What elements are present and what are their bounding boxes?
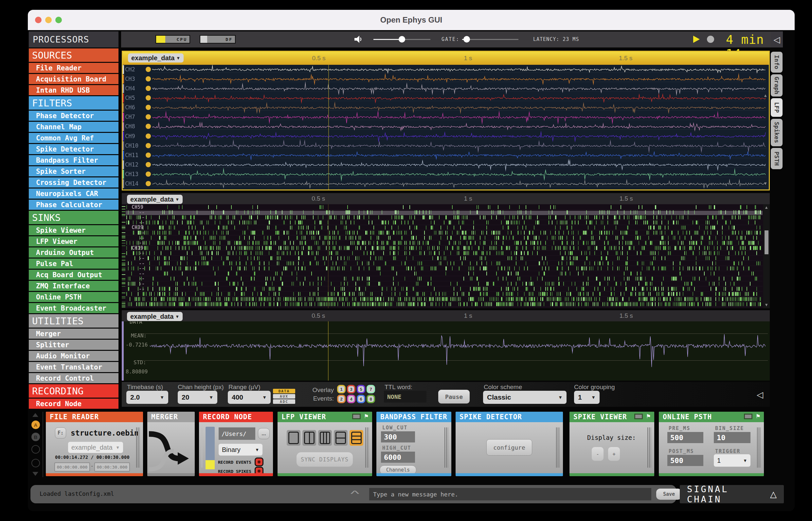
gate-slider[interactable] xyxy=(462,39,518,40)
drag-handle[interactable] xyxy=(136,427,140,468)
chevron-up-icon[interactable]: ^ xyxy=(351,489,359,499)
processor-item[interactable]: Record Node xyxy=(29,399,118,409)
drag-handle[interactable] xyxy=(365,427,369,468)
processor-item[interactable]: Arduino Output xyxy=(29,247,118,257)
collapse-controls-button[interactable]: ◁ xyxy=(757,390,763,400)
pin-tab-icon[interactable]: ⚑ xyxy=(364,414,369,419)
open-window-icon[interactable] xyxy=(744,414,752,419)
event-button-8[interactable]: 8 xyxy=(366,395,375,403)
end-time-field[interactable]: 00:00:30.000 xyxy=(94,462,130,472)
post-ms-field[interactable]: 500 xyxy=(667,455,703,466)
processor-item[interactable]: Acq Board Output xyxy=(29,270,118,280)
channel-label[interactable]: CH10 xyxy=(125,142,138,149)
open-window-icon[interactable] xyxy=(352,414,361,419)
start-time-field[interactable]: 00:00:00.000 xyxy=(54,462,90,472)
event-button-1[interactable]: 1 xyxy=(337,385,346,393)
channel-label[interactable]: CH11 xyxy=(125,152,138,158)
event-button-3[interactable]: 3 xyxy=(347,385,356,393)
channel-label[interactable]: CH14 xyxy=(125,180,138,187)
processor-item[interactable]: Neuropixels CAR xyxy=(29,188,118,199)
event-button-7[interactable]: 7 xyxy=(366,385,375,393)
channel-enable-dot[interactable] xyxy=(145,95,151,100)
io-button-empty-2[interactable] xyxy=(31,459,40,467)
layout-single-button[interactable] xyxy=(287,430,300,446)
channel-enable-dot[interactable] xyxy=(145,76,151,82)
volume-slider[interactable] xyxy=(374,39,430,40)
chain-up-icon[interactable] xyxy=(32,413,38,417)
event-button-5[interactable]: 5 xyxy=(357,385,365,393)
volume-slider-thumb[interactable] xyxy=(399,36,405,43)
channel-enable-dot[interactable] xyxy=(145,114,151,119)
tab-spikes[interactable]: Spikes xyxy=(771,119,783,146)
raster-scrollbar[interactable]: ▲ ▼ xyxy=(763,204,770,308)
lfp-traces-canvas[interactable] xyxy=(123,65,769,188)
module-merger[interactable]: MERGER xyxy=(147,412,195,476)
display-size-plus-button[interactable]: + xyxy=(608,447,620,461)
channel-label[interactable]: CH5 xyxy=(125,95,135,101)
drag-handle[interactable] xyxy=(647,427,651,468)
gate-slider-thumb[interactable] xyxy=(464,36,470,43)
raster-source-dropdown[interactable]: example_data ▼ xyxy=(127,195,183,204)
channel-label[interactable]: CH8 xyxy=(125,123,135,130)
processor-item[interactable]: Merger xyxy=(29,329,118,339)
processor-item[interactable]: LFP Viewer xyxy=(29,236,118,246)
channel-enable-dot[interactable] xyxy=(145,124,151,129)
layout-two-rows-button[interactable] xyxy=(334,430,347,446)
io-button-b[interactable]: B xyxy=(31,433,40,441)
pin-tab-icon[interactable]: ⚑ xyxy=(646,414,651,419)
trigger-dropdown[interactable]: 1▼ xyxy=(714,454,750,467)
low-cut-field[interactable]: 300 xyxy=(381,431,415,443)
channel-enable-dot[interactable] xyxy=(145,143,151,148)
display-size-minus-button[interactable]: - xyxy=(592,447,604,461)
channel-enable-dot[interactable] xyxy=(145,86,151,91)
scroll-down-icon[interactable]: ▼ xyxy=(763,182,767,185)
module-spike-detector[interactable]: SPIKE DETECTOR configure xyxy=(456,412,563,476)
processor-item[interactable]: Spike Sorter xyxy=(29,166,118,176)
processor-item[interactable]: Phase Detector xyxy=(29,111,118,121)
browse-button[interactable]: ... xyxy=(258,428,270,439)
processor-item[interactable]: Channel Map xyxy=(29,122,118,132)
lfp-source-dropdown[interactable]: example_data ▼ xyxy=(128,53,184,63)
processor-item[interactable]: Bandpass Filter xyxy=(29,155,118,165)
file-select-button[interactable]: F: xyxy=(55,427,66,438)
save-message-button[interactable]: Save xyxy=(656,489,682,500)
event-button-6[interactable]: 6 xyxy=(357,395,365,403)
channel-label[interactable]: CH12 xyxy=(125,161,138,168)
trace-source-dropdown[interactable]: example_data ▼ xyxy=(127,312,183,321)
scroll-up-icon[interactable]: ▲ xyxy=(763,94,767,97)
event-button-2[interactable]: 2 xyxy=(337,395,346,403)
processor-item[interactable]: Audio Monitor xyxy=(29,351,118,361)
tab-psth[interactable]: PSTH xyxy=(771,148,783,169)
processor-item[interactable]: File Reader xyxy=(29,63,118,73)
processor-item[interactable]: Event Broadcaster xyxy=(29,303,118,313)
channel-label[interactable]: CH7 xyxy=(125,114,135,120)
processor-item[interactable]: Phase Calculator xyxy=(29,200,118,210)
stream-dropdown[interactable]: example_data▼ xyxy=(68,442,123,453)
stream-button-aux[interactable]: AUX xyxy=(273,394,295,399)
processor-item[interactable]: Acquisition Board xyxy=(29,74,118,84)
module-online-psth[interactable]: ONLINE PSTH ⚑ PRE_MS 500 BIN_SIZE 10 POS… xyxy=(659,412,764,476)
module-bandpass-filter[interactable]: BANDPASS FILTER LOW_CUT 300 HIGH_CUT 600… xyxy=(376,412,451,476)
record-events-toggle[interactable] xyxy=(255,457,264,466)
tab-lfp[interactable]: LFP xyxy=(771,98,783,117)
channel-enable-dot[interactable] xyxy=(145,162,151,167)
timebase-dropdown[interactable]: 2.0▼ xyxy=(126,391,168,404)
processor-item[interactable]: ZMQ Interface xyxy=(29,281,118,291)
high-cut-field[interactable]: 6000 xyxy=(381,452,415,463)
configure-button[interactable]: configure xyxy=(486,439,532,456)
processor-item[interactable]: Intan RHD USB xyxy=(29,85,118,95)
tab-graph[interactable]: Graph xyxy=(771,74,783,96)
io-button-empty-1[interactable] xyxy=(31,445,40,454)
record-path-field[interactable]: /Users/ xyxy=(219,427,255,440)
stream-button-adc[interactable]: ADC xyxy=(273,399,295,404)
layout-three-rows-button[interactable] xyxy=(349,430,363,446)
scrollbar-thumb[interactable] xyxy=(765,230,768,254)
trace-canvas[interactable] xyxy=(122,321,768,381)
range-dropdown[interactable]: 400▼ xyxy=(228,391,271,404)
channel-label[interactable]: CH13 xyxy=(125,171,138,177)
processor-item[interactable]: Online PSTH xyxy=(29,292,118,302)
drag-handle[interactable] xyxy=(556,427,560,468)
lfp-display[interactable]: CH2CH3CH4CH5CH6CH7CH8CH9CH10CH11CH12CH13… xyxy=(123,65,769,189)
play-button[interactable] xyxy=(693,36,700,43)
signal-chain-toggle[interactable]: SIGNAL CHAIN △ xyxy=(680,485,784,503)
